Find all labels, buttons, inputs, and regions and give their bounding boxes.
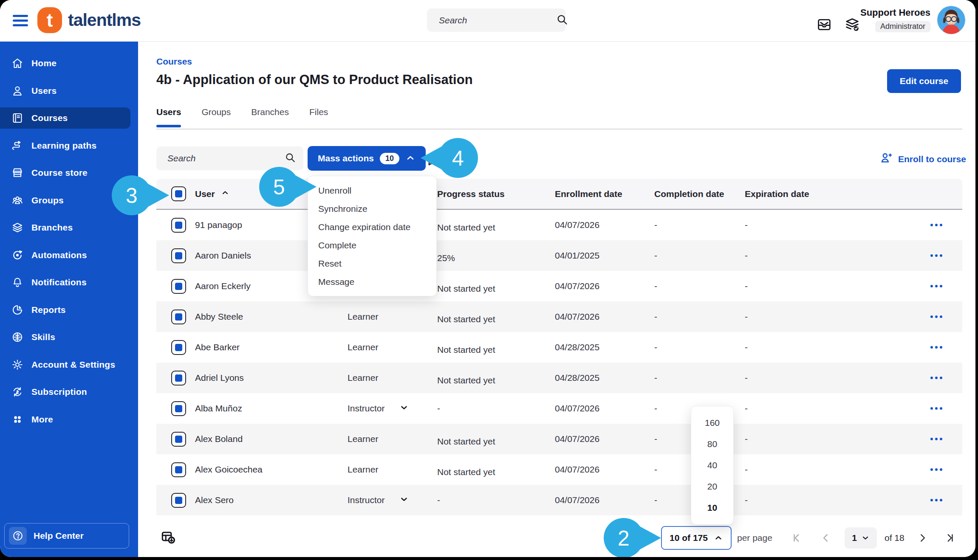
sidebar-item-groups[interactable]: Groups <box>0 187 138 214</box>
sidebar-item-course-store[interactable]: Course store <box>0 159 138 187</box>
row-actions-kebab-icon[interactable] <box>930 224 942 226</box>
brand-logo[interactable]: t talentlms <box>37 7 141 33</box>
sidebar-item-label: Reports <box>31 305 66 315</box>
user-name-cell[interactable]: Aaron Daniels <box>195 240 251 271</box>
row-actions-kebab-icon[interactable] <box>930 285 942 287</box>
page-select[interactable]: 1 <box>845 527 877 549</box>
user-name-cell[interactable]: Abe Barker <box>195 332 240 363</box>
rows-per-page-button[interactable]: 10 of 175 <box>661 526 732 550</box>
enroll-label: Enroll to course <box>898 154 966 164</box>
row-actions-kebab-icon[interactable] <box>930 468 942 471</box>
next-page-button[interactable] <box>911 527 933 549</box>
menu-item-message[interactable]: Message <box>308 273 436 291</box>
expiration-date-cell: - <box>745 332 748 363</box>
row-checkbox[interactable] <box>171 493 186 508</box>
sidebar-item-more[interactable]: More <box>0 406 138 433</box>
user-name-cell[interactable]: Alex Sero <box>195 485 234 515</box>
mass-actions-button[interactable]: Mass actions 10 <box>308 146 426 171</box>
column-header-user[interactable]: User <box>195 179 229 209</box>
user-block[interactable]: Support Heroes Administrator <box>860 7 930 32</box>
row-checkbox[interactable] <box>171 371 186 386</box>
sidebar-item-branches[interactable]: Branches <box>0 214 138 242</box>
tab-branches[interactable]: Branches <box>251 107 289 127</box>
menu-item-synchronize[interactable]: Synchronize <box>308 200 436 218</box>
export-table-icon[interactable] <box>160 529 176 547</box>
global-search-input[interactable] <box>438 15 556 26</box>
per-page-option-20[interactable]: 20 <box>691 476 733 497</box>
row-checkbox[interactable] <box>171 432 186 447</box>
user-name-cell[interactable]: Alba Muñoz <box>195 393 242 424</box>
menu-item-unenroll[interactable]: Unenroll <box>308 181 436 200</box>
row-checkbox[interactable] <box>171 462 186 477</box>
per-page-option-160[interactable]: 160 <box>691 412 733 433</box>
stack-icon[interactable] <box>844 16 861 33</box>
user-name-cell[interactable]: Alex Goicoechea <box>195 454 263 485</box>
expiration-date-cell: - <box>745 485 748 515</box>
last-page-button[interactable] <box>938 527 961 549</box>
sidebar-item-reports[interactable]: Reports <box>0 296 138 324</box>
sidebar-item-account-settings[interactable]: Account & Settings <box>0 351 138 379</box>
avatar[interactable] <box>937 6 965 34</box>
user-name-cell[interactable]: Adriel Lyons <box>195 363 244 393</box>
menu-item-change-expiration-date[interactable]: Change expiration date <box>308 218 436 236</box>
sidebar-item-learning-paths[interactable]: Learning paths <box>0 132 138 160</box>
more-icon <box>11 413 24 426</box>
chevron-down-icon[interactable] <box>399 403 409 414</box>
tab-files[interactable]: Files <box>309 107 328 127</box>
row-actions-kebab-icon[interactable] <box>930 499 942 501</box>
first-page-button[interactable] <box>786 527 808 549</box>
previous-page-button[interactable] <box>815 527 837 549</box>
search-icon[interactable] <box>556 14 568 27</box>
sidebar-item-users[interactable]: Users <box>0 77 138 105</box>
user-name-cell[interactable]: 91 panagop <box>195 210 242 240</box>
role-cell[interactable]: Instructor <box>348 393 409 424</box>
select-all-checkbox[interactable] <box>171 186 186 201</box>
bell-icon <box>11 276 24 289</box>
completion-date-cell: - <box>654 363 657 393</box>
row-actions-kebab-icon[interactable] <box>930 438 942 440</box>
role-cell: Learner <box>348 424 378 454</box>
table-search-input[interactable] <box>167 153 285 164</box>
row-actions-kebab-icon[interactable] <box>930 315 942 318</box>
user-name-cell[interactable]: Alex Boland <box>195 424 243 454</box>
edit-course-button[interactable]: Edit course <box>887 69 961 93</box>
sidebar-item-home[interactable]: Home <box>0 50 138 77</box>
table-row: 91 panagopNot started yet04/07/2026-- <box>156 210 962 240</box>
sidebar-item-skills[interactable]: Skills <box>0 324 138 351</box>
sidebar-item-notifications[interactable]: Notifications <box>0 269 138 296</box>
user-name-cell[interactable]: Aaron Eckerly <box>195 271 251 301</box>
sidebar-item-courses[interactable]: Courses <box>0 104 138 132</box>
row-checkbox[interactable] <box>171 310 186 324</box>
tab-groups[interactable]: Groups <box>201 107 231 127</box>
user-name-cell[interactable]: Abby Steele <box>195 301 243 332</box>
row-actions-kebab-icon[interactable] <box>930 407 942 410</box>
role-cell[interactable]: Instructor <box>348 485 409 515</box>
sidebar-item-automations[interactable]: Automations <box>0 242 138 269</box>
global-search <box>427 8 565 32</box>
row-actions-kebab-icon[interactable] <box>930 346 942 349</box>
inbox-icon[interactable] <box>816 16 833 33</box>
row-checkbox[interactable] <box>171 401 186 416</box>
tabs: UsersGroupsBranchesFiles <box>156 107 328 127</box>
per-page-option-80[interactable]: 80 <box>691 433 733 455</box>
enroll-to-course-link[interactable]: Enroll to course <box>879 151 966 167</box>
menu-item-reset[interactable]: Reset <box>308 254 436 273</box>
sidebar-item-help-center[interactable]: Help Center <box>4 523 129 549</box>
row-checkbox[interactable] <box>171 340 186 355</box>
row-actions-kebab-icon[interactable] <box>930 377 942 379</box>
search-icon[interactable] <box>285 152 296 165</box>
per-page-option-10[interactable]: 10 <box>691 497 733 518</box>
breadcrumb[interactable]: Courses <box>156 56 192 67</box>
row-checkbox[interactable] <box>171 218 186 233</box>
hamburger-menu-icon[interactable] <box>13 15 28 26</box>
tab-users[interactable]: Users <box>156 107 181 127</box>
groups-icon <box>11 194 24 207</box>
row-checkbox[interactable] <box>171 279 186 294</box>
sidebar-item-subscription[interactable]: Subscription <box>0 378 138 406</box>
automation-icon <box>11 249 24 262</box>
menu-item-complete[interactable]: Complete <box>308 236 436 254</box>
chevron-down-icon[interactable] <box>399 495 409 506</box>
row-checkbox[interactable] <box>171 248 186 263</box>
per-page-option-40[interactable]: 40 <box>691 455 733 476</box>
row-actions-kebab-icon[interactable] <box>930 254 942 257</box>
